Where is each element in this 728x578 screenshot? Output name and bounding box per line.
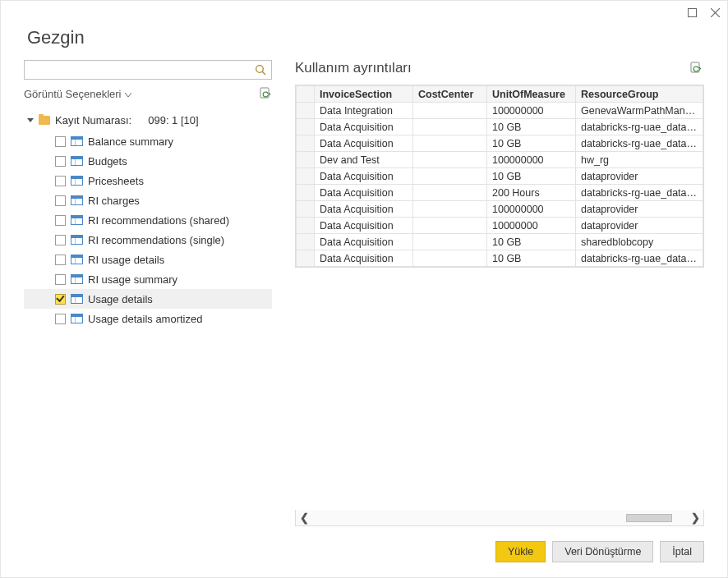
svg-point-3 — [256, 66, 264, 73]
table-icon — [71, 294, 83, 304]
column-header[interactable]: UnitOfMeasure — [487, 86, 576, 103]
tree-item[interactable]: RI usage summary — [24, 269, 272, 289]
table-cell: 10 GB — [487, 234, 576, 250]
table-row[interactable]: Dev and Test100000000hw_rg — [297, 152, 703, 168]
svg-rect-0 — [688, 8, 696, 16]
table-icon — [71, 255, 83, 264]
table-cell: Data Acquisition — [315, 135, 413, 152]
table-cell: Dev and Test — [315, 152, 413, 168]
column-header[interactable]: InvoiceSection — [315, 86, 413, 103]
table-row[interactable]: Data Acquisition10 GBsharedblobcopy — [297, 234, 703, 250]
transform-button[interactable]: Veri Dönüştürme — [552, 541, 653, 562]
table-cell: GenevaWarmPathManageRG — [576, 103, 703, 119]
tree-item-label: RI recommendations (single) — [88, 234, 224, 246]
tree-item[interactable]: Pricesheets — [24, 171, 272, 190]
table-row[interactable]: Data Acquisition10 GBdataprovider — [297, 168, 703, 185]
table-row[interactable]: Data Acquisition200 Hoursdatabricks-rg-u… — [297, 185, 703, 201]
checkbox[interactable] — [55, 235, 66, 245]
search-icon[interactable] — [255, 64, 266, 76]
display-options-dropdown[interactable]: Görüntü Seçenekleri — [24, 88, 131, 100]
tree-item-label: Usage details — [88, 293, 153, 305]
row-header-cell — [297, 168, 315, 185]
table-cell: dataprovider — [576, 168, 703, 185]
scroll-left-icon[interactable]: ❮ — [296, 510, 312, 525]
tree-item-label: Budgets — [88, 155, 127, 167]
table-row[interactable]: Data Integration100000000GenevaWarmPathM… — [297, 103, 703, 119]
tree-item[interactable]: RI usage details — [24, 250, 272, 269]
horizontal-scrollbar[interactable]: ❮ ❯ — [295, 510, 704, 526]
table-cell — [413, 103, 487, 119]
tree-root[interactable]: Kayıt Numarası: 099: 1 [10] — [24, 110, 272, 130]
table-cell: 100000000 — [487, 201, 576, 218]
content-area: Görüntü Seçenekleri Kayıt Numarası: 099:… — [1, 60, 727, 526]
navigator-window: Gezgin Görüntü Seçenekleri — [0, 0, 728, 578]
scroll-right-icon[interactable]: ❯ — [687, 510, 703, 525]
chevron-down-icon — [125, 88, 131, 100]
tree-caret-icon[interactable] — [27, 118, 34, 122]
scroll-thumb[interactable] — [626, 514, 672, 522]
table-cell: 10000000 — [487, 218, 576, 234]
search-box[interactable] — [24, 60, 272, 80]
tree-root-label: Kayıt Numarası: — [55, 114, 131, 126]
table-cell: Data Acquisition — [315, 218, 413, 234]
table-cell: Data Integration — [315, 103, 413, 119]
preview-pane: Kullanım ayrıntıları InvoiceSectionCostC… — [295, 60, 704, 526]
checkbox[interactable] — [55, 156, 66, 167]
checkbox[interactable] — [55, 294, 66, 305]
data-table: InvoiceSectionCostCenterUnitOfMeasureRes… — [296, 85, 703, 267]
table-row[interactable]: Data Acquisition10 GBdatabricks-rg-uae_d… — [297, 135, 703, 152]
tree-items: Balance summaryBudgetsPricesheetsRI char… — [24, 131, 272, 328]
table-row[interactable]: Data Acquisition10 GBdatabricks-rg-uae_d… — [297, 250, 703, 267]
cancel-button[interactable]: İptal — [660, 541, 704, 562]
table-cell: databricks-rg-uae_databricks- — [576, 185, 703, 201]
tree-item[interactable]: Usage details amortized — [24, 309, 272, 328]
checkbox[interactable] — [55, 136, 66, 147]
checkbox[interactable] — [55, 215, 66, 226]
tree-item[interactable]: RI charges — [24, 190, 272, 210]
tree-item[interactable]: Balance summary — [24, 131, 272, 151]
table-cell: Data Acquisition — [315, 185, 413, 201]
table-cell: sharedblobcopy — [576, 234, 703, 250]
tree-item[interactable]: RI recommendations (shared) — [24, 210, 272, 230]
preview-header: Kullanım ayrıntıları — [295, 60, 704, 76]
close-icon[interactable] — [709, 7, 721, 18]
table-row[interactable]: Data Acquisition10 GBdatabricks-rg-uae_d… — [297, 119, 703, 135]
data-table-wrap: InvoiceSectionCostCenterUnitOfMeasureRes… — [295, 85, 704, 268]
table-row[interactable]: Data Acquisition100000000dataprovider — [297, 201, 703, 218]
row-header-cell — [297, 152, 315, 168]
column-header[interactable]: ResourceGroup — [576, 86, 703, 103]
table-cell — [413, 234, 487, 250]
table-icon — [71, 314, 83, 323]
table-cell: Data Acquisition — [315, 234, 413, 250]
tree-item[interactable]: Budgets — [24, 151, 272, 171]
search-input[interactable] — [30, 62, 255, 78]
tree-item[interactable]: Usage details — [24, 289, 272, 309]
table-cell: databricks-rg-uae_databricks- — [576, 250, 703, 267]
display-options-label: Görüntü Seçenekleri — [24, 88, 122, 100]
table-cell: 10 GB — [487, 168, 576, 185]
table-cell: Data Acquisition — [315, 119, 413, 135]
checkbox[interactable] — [55, 195, 66, 206]
table-cell: hw_rg — [576, 152, 703, 168]
load-button[interactable]: Yükle — [495, 541, 546, 562]
refresh-icon[interactable] — [259, 86, 272, 102]
tree-item[interactable]: RI recommendations (single) — [24, 230, 272, 250]
checkbox[interactable] — [55, 255, 66, 265]
table-icon — [71, 274, 83, 284]
checkbox[interactable] — [55, 314, 66, 324]
footer: Yükle Veri Dönüştürme İptal — [1, 526, 727, 577]
checkbox[interactable] — [55, 274, 66, 285]
window-title: Gezgin — [1, 24, 727, 60]
table-cell: dataprovider — [576, 201, 703, 218]
table-row[interactable]: Data Acquisition10000000dataprovider — [297, 218, 703, 234]
column-header[interactable]: CostCenter — [413, 86, 487, 103]
scroll-track[interactable] — [312, 513, 687, 523]
table-icon — [71, 215, 83, 225]
preview-refresh-icon[interactable] — [689, 61, 703, 76]
checkbox[interactable] — [55, 176, 66, 186]
table-cell: 100000000 — [487, 152, 576, 168]
table-cell: databricks-rg-uae_databricks- — [576, 135, 703, 152]
maximize-icon[interactable] — [686, 7, 698, 18]
table-header-row: InvoiceSectionCostCenterUnitOfMeasureRes… — [297, 86, 703, 103]
search-row — [24, 60, 272, 80]
